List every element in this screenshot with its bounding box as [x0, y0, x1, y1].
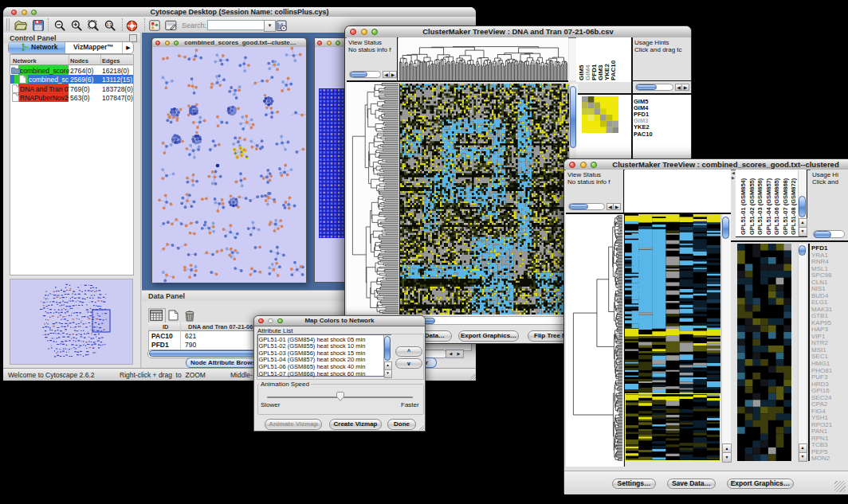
- svg-text:1:1: 1:1: [106, 23, 112, 27]
